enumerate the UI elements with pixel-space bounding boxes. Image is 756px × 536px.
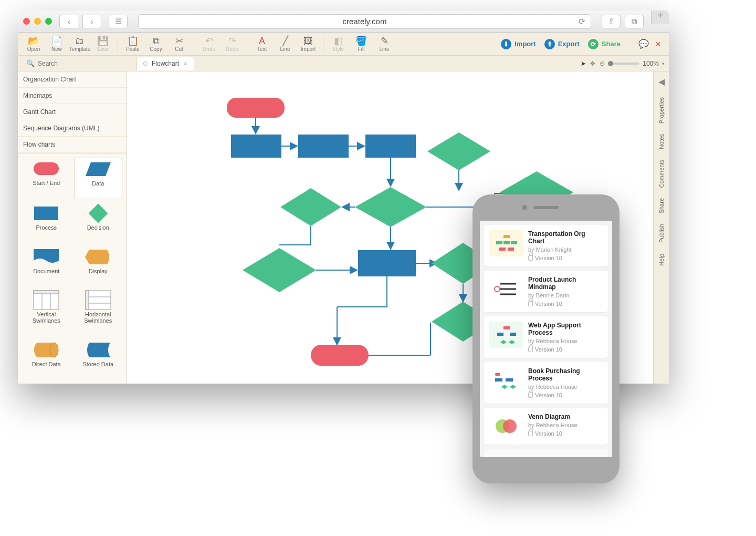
new-tab-button[interactable]: + — [651, 11, 669, 24]
diagram-card[interactable] — [484, 449, 608, 457]
open-button[interactable]: 📂Open — [22, 33, 45, 56]
category-item[interactable]: Flow charts — [18, 137, 127, 153]
svg-rect-19 — [365, 135, 416, 158]
cursor-tool-icon[interactable]: ➤ — [581, 60, 586, 67]
share-action[interactable]: ⟳Share — [584, 39, 625, 49]
close-panel-icon[interactable]: ✕ — [655, 40, 662, 48]
maximize-window-button[interactable] — [45, 18, 52, 25]
style-button[interactable]: ◧Style — [327, 33, 350, 56]
diagram-card[interactable]: Transportation Org Chartby Marion Knight… — [484, 225, 608, 266]
mobile-screen[interactable]: Transportation Org Chartby Marion Knight… — [480, 221, 612, 457]
svg-rect-17 — [298, 135, 349, 158]
svg-marker-65 — [510, 385, 516, 389]
document-tab[interactable]: Flowchart ✕ — [136, 57, 194, 70]
lock-icon — [528, 301, 533, 306]
rail-comments[interactable]: Comments — [658, 160, 665, 188]
svg-marker-22 — [427, 132, 490, 170]
cut-button[interactable]: ✂Cut — [167, 33, 191, 56]
close-window-button[interactable] — [23, 18, 30, 25]
zoom-control[interactable]: ⊖ 100% ▾ — [600, 60, 665, 67]
undo-icon: ↶ — [205, 36, 213, 46]
new-button[interactable]: 📄New — [45, 33, 68, 56]
lock-icon — [528, 431, 533, 436]
svg-rect-47 — [496, 241, 502, 244]
right-rail: ◀ Properties Notes Comments Share Publis… — [653, 71, 669, 384]
category-item[interactable]: Organization Chart — [18, 71, 127, 88]
zoom-out-icon[interactable]: ⊖ — [600, 60, 605, 67]
card-title: Web App Support Process — [528, 322, 603, 336]
line-button[interactable]: ╱Line — [274, 33, 297, 56]
export-action[interactable]: ⬆Export — [540, 39, 584, 49]
template-button[interactable]: 🗂Template — [68, 33, 91, 56]
shape-process[interactable]: Process — [22, 202, 71, 243]
shape-direct-data[interactable]: Direct Data — [22, 339, 71, 379]
lock-icon — [528, 347, 533, 352]
line-style-button[interactable]: ✎Line — [373, 33, 396, 56]
address-bar[interactable]: creately.com ⟳ — [138, 14, 591, 29]
svg-rect-62 — [495, 378, 502, 382]
sidebar-toggle-button[interactable]: ☰ — [109, 15, 128, 28]
move-tool-icon[interactable]: ✥ — [590, 60, 595, 67]
download-icon: ⬇ — [501, 39, 511, 49]
rail-properties[interactable]: Properties — [658, 97, 665, 123]
shape-start-end[interactable]: Start / End — [22, 158, 71, 199]
forward-button[interactable]: › — [82, 15, 101, 28]
tabs-browser-button[interactable]: ⧉ — [625, 15, 644, 28]
shape-display[interactable]: Display — [74, 246, 123, 286]
zoom-slider[interactable] — [608, 63, 639, 65]
card-thumbnail — [489, 367, 523, 394]
copy-button[interactable]: ⧉Copy — [144, 33, 167, 56]
diagram-card[interactable]: Web App Support Processby Rebbeca HouseV… — [484, 316, 608, 358]
shape-horizontal-swimlanes[interactable]: Horizontal Swimlanes — [74, 289, 123, 336]
card-version: Version 10 — [535, 430, 562, 437]
rail-publish[interactable]: Publish — [658, 224, 665, 243]
close-tab-icon[interactable]: ✕ — [183, 61, 187, 67]
undo-button[interactable]: ↶Undo — [197, 33, 220, 56]
diagram-card[interactable]: Venn Diagramby Rebbeca HouseVersion 10 — [484, 408, 608, 445]
svg-rect-5 — [86, 291, 111, 310]
paste-button[interactable]: 📋Paste — [121, 33, 144, 56]
card-author: by Rebbeca House — [528, 338, 603, 344]
shape-decision[interactable]: Decision — [74, 202, 123, 243]
line-icon: ╱ — [282, 36, 288, 46]
tab-title: Flowchart — [152, 60, 179, 67]
fill-button[interactable]: 🪣Fill — [350, 33, 373, 56]
rail-share[interactable]: Share — [658, 198, 665, 213]
card-title: Transportation Org Chart — [528, 230, 603, 245]
shape-stored-data[interactable]: Stored Data — [74, 339, 123, 379]
text-button[interactable]: AText — [250, 33, 274, 56]
bucket-icon: 🪣 — [355, 36, 367, 46]
minimize-window-button[interactable] — [34, 18, 41, 25]
share-browser-button[interactable]: ⇪ — [602, 15, 621, 28]
category-item[interactable]: Gantt Chart — [18, 104, 127, 120]
redo-button[interactable]: ↷Redo — [220, 33, 244, 56]
import-action[interactable]: ⬇Import — [497, 39, 540, 49]
card-author: by Bennie Darin — [528, 292, 603, 298]
card-thumbnail — [489, 276, 523, 302]
phone-camera — [522, 205, 527, 210]
rail-notes[interactable]: Notes — [658, 134, 665, 149]
category-item[interactable]: Mindmaps — [18, 88, 127, 104]
shape-vertical-swimlanes[interactable]: Vertical Swimlanes — [22, 289, 71, 336]
comment-bubble-icon[interactable]: 💬 — [638, 39, 649, 49]
import-image-button[interactable]: 🖼Import — [297, 33, 320, 56]
lock-icon — [528, 393, 533, 398]
diagram-card[interactable]: Product Launch Mindmapby Bennie DarinVer… — [484, 271, 608, 312]
reload-icon[interactable]: ⟳ — [579, 17, 585, 26]
card-version: Version 10 — [535, 346, 562, 353]
shape-palette: Start / End Data Process Decision Docume… — [18, 153, 127, 384]
collapse-rail-icon[interactable]: ◀ — [658, 77, 665, 87]
card-version: Version 10 — [535, 255, 562, 261]
diagram-card[interactable]: Book Purchasing Processby Rebbeca HouseV… — [484, 362, 608, 404]
shape-data[interactable]: Data — [74, 158, 123, 199]
category-item[interactable]: Sequence Diagrams (UML) — [18, 120, 127, 137]
scissors-icon: ✂ — [175, 36, 183, 46]
svg-rect-49 — [511, 241, 517, 244]
svg-rect-46 — [503, 235, 510, 238]
zoom-dropdown-icon[interactable]: ▾ — [662, 61, 665, 66]
shape-document[interactable]: Document — [22, 246, 71, 286]
back-button[interactable]: ‹ — [59, 15, 78, 28]
save-button[interactable]: 💾Save — [91, 33, 114, 56]
shape-search-input[interactable] — [38, 60, 101, 67]
rail-help[interactable]: Help — [658, 254, 665, 266]
